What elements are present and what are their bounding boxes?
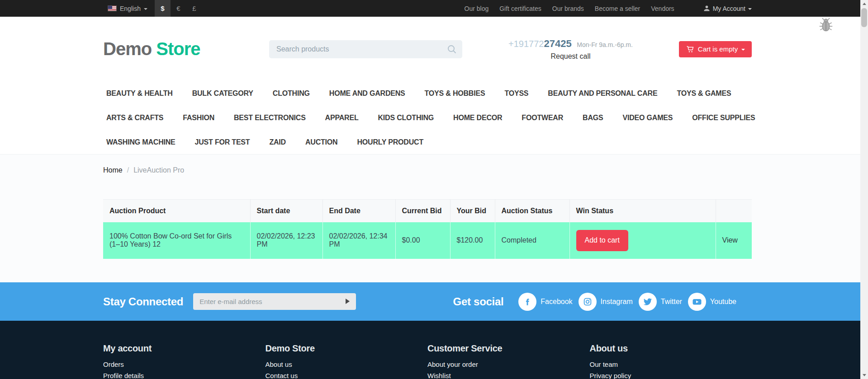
nav-item-clothing[interactable]: CLOTHING <box>273 89 310 98</box>
social-youtube-label: Youtube <box>710 298 736 306</box>
working-hours: Mon-Fr 9a.m.-6p.m. <box>577 41 633 48</box>
footer-title: My account <box>103 343 266 354</box>
col-header-auction-status: Auction Status <box>495 200 569 222</box>
topbar-link-our-blog[interactable]: Our blog <box>465 5 489 12</box>
footer-link-orders[interactable]: Orders <box>103 360 266 369</box>
site-footer: My account Orders Profile details Demo S… <box>0 321 860 379</box>
view-link[interactable]: View <box>722 236 738 244</box>
nav-item-best-electronics[interactable]: BEST ELECTRONICS <box>234 114 306 122</box>
nav-item-bags[interactable]: BAGS <box>583 114 603 122</box>
nav-item-hourly-product[interactable]: HOURLY PRODUCT <box>357 138 423 146</box>
footer-link-wishlist[interactable]: Wishlist <box>427 371 590 379</box>
nav-item-kids-clothing[interactable]: KIDS CLOTHING <box>378 114 434 122</box>
breadcrumb-home[interactable]: Home <box>103 166 123 174</box>
scrollbar-thumb[interactable] <box>861 8 867 27</box>
footer-link-privacy-policy[interactable]: Privacy policy <box>590 371 752 379</box>
nav-item-arts-crafts[interactable]: ARTS & CRAFTS <box>106 114 163 122</box>
add-to-cart-button[interactable]: Add to cart <box>576 230 628 251</box>
col-header-current-bid: Current Bid <box>395 200 450 222</box>
vertical-scrollbar[interactable] <box>860 0 868 379</box>
currency-usd[interactable]: $ <box>155 0 171 17</box>
auction-table-header-row: Auction Product Start date End Date Curr… <box>103 200 752 222</box>
cart-button[interactable]: Cart is empty <box>679 41 752 57</box>
nav-item-home-decor[interactable]: HOME DECOR <box>453 114 502 122</box>
product-search <box>269 40 462 58</box>
cell-start-date: 02/02/2026, 12:23 PM <box>250 222 323 259</box>
topbar-link-gift-certificates[interactable]: Gift certificates <box>499 5 541 12</box>
footer-link-about-us[interactable]: About us <box>266 360 428 369</box>
search-input[interactable] <box>269 45 462 53</box>
social-youtube[interactable]: Youtube <box>688 293 736 311</box>
footer-link-our-team[interactable]: Our team <box>590 360 752 369</box>
cell-auction-status: Completed <box>495 222 569 259</box>
nav-item-video-games[interactable]: VIDEO GAMES <box>623 114 673 122</box>
scroll-up-arrow-icon[interactable] <box>860 0 868 8</box>
nav-item-office-supplies[interactable]: OFFICE SUPPLIES <box>692 114 755 122</box>
topbar-link-our-brands[interactable]: Our brands <box>552 5 584 12</box>
footer-link-about-your-order[interactable]: About your order <box>427 360 590 369</box>
footer-link-contact-us[interactable]: Contact us <box>266 371 428 379</box>
phone-number: +19177227425 Mon-Fr 9a.m.-6p.m. <box>508 37 633 51</box>
nav-item-fashion[interactable]: FASHION <box>183 114 214 122</box>
newsletter-social-bar: Stay Connected Get social Facebook I <box>0 282 860 321</box>
footer-col-demo-store: Demo Store About us Contact us <box>266 343 428 379</box>
stay-connected-title: Stay Connected <box>103 295 183 308</box>
email-input[interactable] <box>193 293 356 310</box>
nav-row-3: WASHING MACHINE JUST FOR TEST ZAID AUCTI… <box>106 130 752 154</box>
chevron-down-icon <box>748 8 752 10</box>
nav-item-home-and-gardens[interactable]: HOME AND GARDENS <box>329 89 405 98</box>
nav-item-beauty-personal-care[interactable]: BEAUTY AND PERSONAL CARE <box>548 89 657 98</box>
scroll-down-arrow-icon[interactable] <box>860 371 868 379</box>
col-header-end-date: End Date <box>323 200 395 222</box>
nav-item-bulk-category[interactable]: BULK CATEGORY <box>192 89 253 98</box>
topbar-link-become-a-seller[interactable]: Become a seller <box>595 5 640 12</box>
bug-icon[interactable] <box>817 16 835 33</box>
language-selector[interactable]: English <box>103 5 155 12</box>
social-facebook[interactable]: Facebook <box>518 293 572 311</box>
my-account-label: My Account <box>713 5 745 12</box>
footer-title: Customer Service <box>427 343 590 354</box>
footer-link-profile-details[interactable]: Profile details <box>103 371 266 379</box>
nav-item-toyss[interactable]: TOYSS <box>504 89 528 98</box>
youtube-icon <box>688 293 706 311</box>
breadcrumb-current: LiveAuction Pro <box>133 166 184 174</box>
nav-row-2: ARTS & CRAFTS FASHION BEST ELECTRONICS A… <box>106 106 752 130</box>
request-call-link[interactable]: Request call <box>550 51 590 61</box>
nav-item-footwear[interactable]: FOOTWEAR <box>522 114 563 122</box>
site-header: Demo Store +19177227425 Mon-Fr 9a.m.-6p.… <box>0 17 860 81</box>
currency-eur[interactable]: € <box>171 0 186 17</box>
social-links: Get social Facebook Instagram <box>453 293 736 311</box>
cart-label: Cart is empty <box>698 45 738 53</box>
nav-item-toys-hobbies[interactable]: TOYS & HOBBIES <box>425 89 485 98</box>
col-header-auction-product: Auction Product <box>103 200 250 222</box>
currency-gbp[interactable]: £ <box>186 0 202 17</box>
category-nav: BEAUTY & HEALTH BULK CATEGORY CLOTHING H… <box>0 81 860 154</box>
phone-block: +19177227425 Mon-Fr 9a.m.-6p.m. Request … <box>508 37 633 61</box>
search-icon[interactable] <box>447 44 457 54</box>
nav-item-beauty-health[interactable]: BEAUTY & HEALTH <box>106 89 173 98</box>
nav-item-just-for-test[interactable]: JUST FOR TEST <box>195 138 250 146</box>
store-page: English $ € £ Our blog Gift certificates… <box>0 0 860 379</box>
breadcrumb: Home / LiveAuction Pro <box>103 166 752 174</box>
nav-item-zaid[interactable]: ZAID <box>269 138 286 146</box>
nav-item-apparel[interactable]: APPAREL <box>325 114 359 122</box>
footer-title: Demo Store <box>266 343 428 354</box>
top-bar: English $ € £ Our blog Gift certificates… <box>0 0 860 17</box>
logo-word-store: Store <box>156 39 200 59</box>
social-instagram[interactable]: Instagram <box>579 293 633 311</box>
cart-icon <box>686 45 694 53</box>
store-logo[interactable]: Demo Store <box>103 39 207 59</box>
my-account-menu[interactable]: My Account <box>703 5 752 12</box>
nav-item-toys-games[interactable]: TOYS & GAMES <box>677 89 731 98</box>
social-twitter[interactable]: Twitter <box>639 293 682 311</box>
phone-prefix: +191772 <box>508 39 544 49</box>
footer-col-customer-service: Customer Service About your order Wishli… <box>427 343 590 379</box>
instagram-icon <box>579 293 597 311</box>
topbar-link-vendors[interactable]: Vendors <box>651 5 674 12</box>
social-twitter-label: Twitter <box>661 298 682 306</box>
chevron-down-icon <box>741 49 745 51</box>
nav-item-washing-machine[interactable]: WASHING MACHINE <box>106 138 175 146</box>
nav-item-auction[interactable]: AUCTION <box>305 138 337 146</box>
col-header-win-status: Win Status <box>569 200 716 222</box>
newsletter-submit-arrow-icon[interactable] <box>346 299 350 304</box>
